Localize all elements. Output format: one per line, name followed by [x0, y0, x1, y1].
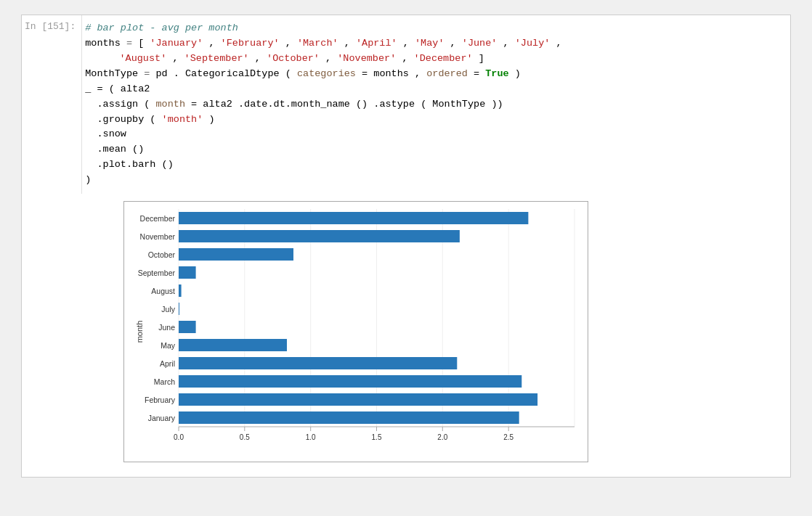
comment-text: # bar plot - avg per month [85, 22, 238, 33]
code-line-5: _ = ( alta2 [85, 82, 784, 97]
code-line-11: ) [85, 173, 784, 188]
bar-december [179, 212, 528, 224]
cell-code: # bar plot - avg per month months = [ 'J… [81, 15, 790, 194]
code-line-3: 'August' , 'September' , 'October' , 'No… [85, 52, 784, 67]
code-line-6: .assign ( month = alta2 .date.dt.month_n… [85, 97, 784, 112]
notebook-cell: In [151]: # bar plot - avg per month mon… [21, 15, 791, 478]
bar-march [179, 375, 521, 388]
code-line-8: .snow [85, 127, 784, 142]
code-line-2: months = [ 'January' , 'February' , 'Mar… [85, 36, 784, 52]
bar-april [179, 357, 457, 369]
x-tick-25: 2.5 [503, 433, 513, 441]
cell-input: In [151]: # bar plot - avg per month mon… [22, 15, 790, 194]
x-tick-20: 2.0 [437, 433, 447, 441]
cell-output: month [22, 201, 790, 477]
x-tick-05: 0.5 [240, 433, 250, 441]
code-line-4: MonthType = pd . CategoricalDtype ( cate… [85, 67, 784, 82]
label-january: January [148, 414, 176, 422]
label-july: July [161, 305, 175, 314]
label-december: December [140, 214, 176, 223]
label-september: September [138, 269, 176, 277]
bar-august [179, 284, 182, 297]
x-tick-0: 0.0 [174, 433, 184, 441]
code-line-10: .plot.barh () [85, 157, 784, 173]
label-october: October [148, 250, 176, 259]
bar-may [179, 339, 287, 351]
label-november: November [140, 232, 176, 241]
code-line-9: .mean () [85, 142, 784, 157]
bar-february [179, 393, 537, 406]
bar-september [179, 266, 196, 279]
code-line-7: .groupby ( 'month' ) [85, 112, 784, 128]
chart-container: month [123, 201, 588, 462]
bar-november [179, 230, 460, 242]
code-comment: # bar plot - avg per month [85, 21, 784, 36]
label-august: August [151, 287, 175, 295]
bar-july [179, 303, 179, 315]
label-march: March [154, 377, 175, 386]
label-june: June [158, 323, 175, 332]
x-tick-10: 1.0 [306, 433, 316, 441]
x-tick-15: 1.5 [372, 433, 382, 441]
label-may: May [161, 341, 176, 350]
label-april: April [160, 359, 175, 368]
bar-chart-svg: December November October September Augu… [124, 202, 589, 463]
label-february: February [145, 396, 176, 404]
cell-label: In [151]: [22, 15, 81, 194]
bar-january [179, 411, 519, 424]
bar-october [179, 248, 293, 261]
bar-june [179, 321, 196, 333]
